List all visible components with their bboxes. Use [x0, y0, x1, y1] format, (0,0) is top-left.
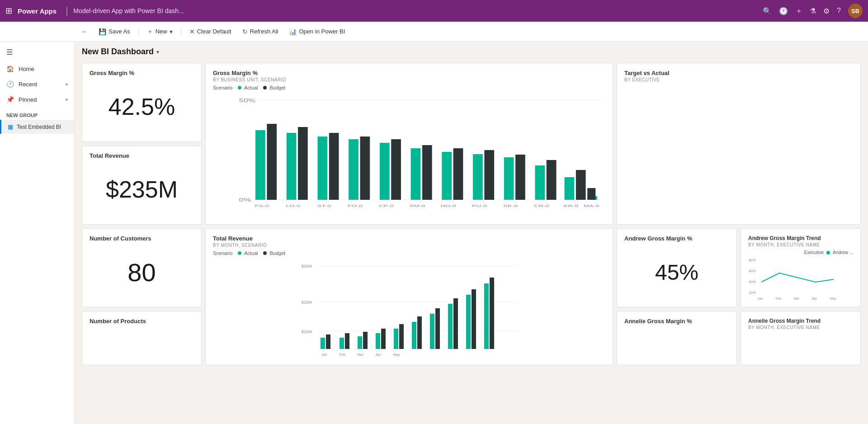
svg-text:80%: 80% — [749, 258, 756, 262]
help-icon[interactable]: ? — [837, 7, 841, 15]
svg-text:60%: 60% — [749, 269, 756, 273]
new-button[interactable]: ＋ New ▾ — [142, 25, 177, 38]
svg-rect-38 — [587, 188, 595, 200]
svg-text:May: May — [393, 353, 400, 357]
sidebar-nav-test-embedded[interactable]: ▦ Test Embedded BI — [0, 120, 74, 134]
svg-rect-56 — [381, 329, 386, 349]
svg-rect-68 — [472, 289, 476, 349]
sidebar: ☰ 🏠 Home 🕐 Recent ▾ 📌 Pinned ▾ New Group… — [0, 42, 75, 424]
svg-rect-61 — [412, 322, 416, 349]
svg-rect-7 — [287, 133, 297, 200]
top-nav-icons: 🔍 🕐 ＋ ⚗ ⚙ ? SB — [763, 4, 863, 18]
bar-apr: Apr — [376, 329, 386, 357]
user-avatar[interactable]: SB — [848, 4, 863, 18]
bar-group-ma: MA-0 — [584, 188, 599, 207]
add-icon[interactable]: ＋ — [795, 6, 802, 16]
bar-group-ho: HO-0 — [441, 148, 463, 207]
svg-rect-58 — [394, 329, 398, 349]
svg-rect-22 — [442, 152, 452, 200]
chevron-down-icon[interactable]: ▾ — [156, 49, 159, 55]
actual-dot2 — [238, 251, 241, 255]
recent-icon[interactable]: 🕐 — [779, 7, 788, 15]
bar-group-sm: SM-0 — [410, 145, 432, 207]
bar-sep — [466, 289, 476, 349]
svg-rect-64 — [435, 308, 440, 349]
budget-dot2 — [263, 251, 267, 255]
clear-default-button[interactable]: ✕ Clear Default — [185, 26, 236, 38]
svg-text:FS-0: FS-0 — [255, 203, 269, 207]
bar-group-lo: LO-0 — [286, 127, 308, 207]
andrew-trend-chart: 80% 60% 40% 20% Jan Feb Mar Apr May — [748, 256, 853, 301]
total-revenue-legend: Scenario Actual Budget — [213, 250, 605, 256]
back-icon: ← — [81, 28, 88, 35]
bar-group-cp: CP-0 — [379, 139, 401, 207]
svg-rect-67 — [466, 295, 471, 349]
refresh-all-button[interactable]: ↻ Refresh All — [238, 26, 283, 38]
svg-rect-10 — [317, 137, 327, 200]
right-row1: Andrew Gross Margin % 45% Andrew Gross M… — [617, 228, 861, 307]
hamburger-icon[interactable]: ☰ — [0, 43, 74, 61]
sidebar-item-recent[interactable]: 🕐 Recent ▾ — [0, 76, 74, 92]
toolbar: ← 💾 Save As ＋ New ▾ ✕ Clear Default ↻ Re… — [0, 22, 868, 42]
scenario-label: Scenario — [213, 85, 232, 90]
svg-rect-63 — [430, 314, 434, 349]
svg-text:SM-0: SM-0 — [410, 203, 425, 207]
annelie-gross-margin-card: Annelie Gross Margin % — [617, 311, 737, 365]
svg-text:CP-0: CP-0 — [379, 203, 394, 207]
col-left-2: Number of Customers 80 Number of Product… — [82, 228, 202, 365]
save-icon: 💾 — [99, 28, 106, 35]
svg-rect-66 — [453, 298, 458, 349]
sidebar-item-pinned[interactable]: 📌 Pinned ▾ — [0, 92, 74, 107]
open-power-bi-button[interactable]: 📊 Open in Power BI — [284, 26, 349, 38]
svg-text:Mar: Mar — [794, 297, 800, 300]
gross-margin-chart-card: Gross Margin % BY BUSINESS UNIT, SCENARI… — [205, 63, 613, 225]
svg-text:PU-0: PU-0 — [472, 203, 487, 207]
bar-aug — [448, 298, 458, 349]
svg-rect-69 — [484, 283, 489, 349]
plus-icon: ＋ — [147, 28, 153, 36]
separator1 — [138, 27, 139, 36]
bar-jun — [412, 316, 422, 349]
svg-rect-62 — [417, 316, 422, 349]
separator2 — [181, 27, 181, 36]
svg-rect-55 — [376, 333, 380, 349]
svg-rect-14 — [360, 137, 370, 200]
actual-legend-item: Actual — [238, 85, 258, 90]
sidebar-group-label: New Group — [0, 107, 74, 120]
right-col: Andrew Gross Margin % 45% Andrew Gross M… — [617, 228, 861, 365]
chevron-down-icon: ▾ — [170, 28, 173, 35]
budget-legend2: Budget — [263, 250, 285, 256]
svg-rect-32 — [547, 160, 557, 200]
andrew-dot — [826, 251, 830, 254]
svg-rect-11 — [329, 133, 339, 200]
filter-icon[interactable]: ⚗ — [810, 7, 816, 15]
actual-dot — [238, 86, 241, 90]
back-button[interactable]: ← — [77, 26, 92, 38]
andrew-trend-legend: Executive Andrew ... — [748, 250, 853, 255]
svg-text:Feb: Feb — [776, 297, 781, 300]
svg-text:Apr: Apr — [812, 297, 817, 301]
svg-text:May: May — [830, 297, 836, 301]
sidebar-item-home[interactable]: 🏠 Home — [0, 61, 74, 76]
save-as-button[interactable]: 💾 Save As — [94, 26, 135, 38]
num-products-card: Number of Products — [82, 311, 202, 365]
actual-legend2: Actual — [238, 250, 258, 256]
svg-rect-4 — [255, 130, 265, 200]
svg-rect-20 — [422, 145, 432, 200]
settings-icon[interactable]: ⚙ — [823, 7, 830, 15]
svg-rect-26 — [484, 150, 494, 200]
search-icon[interactable]: 🔍 — [763, 7, 772, 15]
svg-text:HO-0: HO-0 — [441, 203, 457, 207]
grid-icon[interactable]: ⊞ — [5, 6, 12, 16]
main-layout: ☰ 🏠 Home 🕐 Recent ▾ 📌 Pinned ▾ New Group… — [0, 42, 868, 424]
dashboard-row-2: Number of Customers 80 Number of Product… — [82, 228, 861, 365]
svg-text:$10M: $10M — [302, 330, 312, 334]
chevron-down-icon: ▾ — [66, 97, 68, 102]
svg-rect-65 — [448, 304, 453, 349]
bar-may: May — [393, 324, 404, 357]
svg-text:0%: 0% — [239, 198, 251, 203]
svg-text:LO-0: LO-0 — [286, 203, 301, 207]
bar-jul — [430, 308, 440, 349]
svg-rect-47 — [326, 334, 330, 349]
gross-margin-bar-chart: 50% 0% FS-0 — [213, 93, 605, 211]
